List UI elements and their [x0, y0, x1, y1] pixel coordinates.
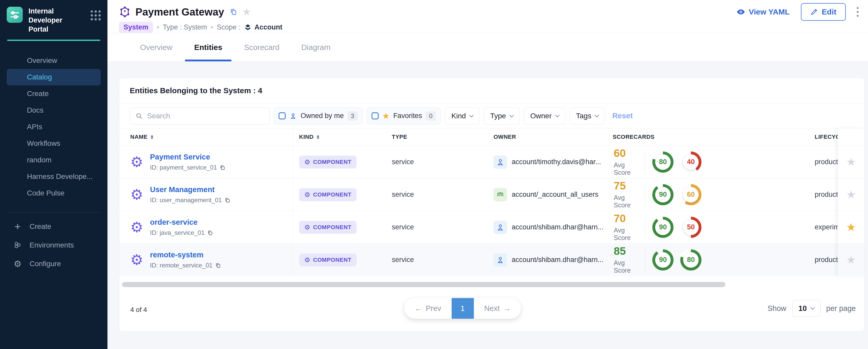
- entity-name-link[interactable]: User Management: [150, 185, 230, 194]
- tab-entities[interactable]: Entities: [183, 33, 233, 61]
- star-icon[interactable]: [846, 222, 856, 233]
- pagination: ← Prev 1 Next →: [404, 298, 521, 319]
- favorites-checkbox[interactable]: [372, 113, 379, 119]
- avg-score-value: 85: [614, 246, 643, 257]
- column-header-kind[interactable]: KIND: [292, 134, 392, 140]
- copy-title-icon[interactable]: [230, 8, 238, 16]
- reset-filters-link[interactable]: Reset: [612, 112, 632, 120]
- copy-icon[interactable]: [220, 165, 225, 170]
- favorites-column: [838, 128, 864, 276]
- favorite-toggle[interactable]: [838, 243, 864, 276]
- sidebar-item-code-pulse[interactable]: Code Pulse: [0, 185, 107, 201]
- tab-diagram[interactable]: Diagram: [290, 33, 341, 61]
- favorites-label: Favorites: [393, 112, 422, 120]
- type-dropdown[interactable]: Type: [484, 107, 520, 125]
- sidebar-item-create-bottom[interactable]: + Create: [0, 217, 107, 236]
- owner-dropdown[interactable]: Owner: [524, 107, 565, 125]
- chevron-down-icon: [555, 113, 560, 117]
- favorites-count: 0: [426, 111, 436, 121]
- horizontal-scrollbar[interactable]: [122, 282, 725, 287]
- scorecard-gauge[interactable]: 90: [652, 217, 674, 238]
- copy-icon[interactable]: [207, 230, 213, 236]
- scorecard-gauge[interactable]: 80: [680, 249, 702, 271]
- sidebar-item-create[interactable]: Create: [0, 86, 107, 102]
- prev-page-button[interactable]: ← Prev: [404, 298, 452, 319]
- page-size-control: Show 10 per page: [768, 300, 856, 317]
- sidebar-item-random[interactable]: random: [0, 152, 107, 168]
- owned-by-me-filter[interactable]: Owned by me 3: [274, 107, 363, 125]
- sidebar-item-harness-developer[interactable]: Harness Develope...: [0, 168, 107, 185]
- entity-name-link[interactable]: Payment Service: [150, 153, 225, 161]
- entity-name-link[interactable]: order-service: [150, 218, 213, 226]
- column-header-name[interactable]: NAME: [119, 134, 292, 140]
- system-entity-icon: [119, 6, 131, 18]
- tags-dropdown[interactable]: Tags: [569, 107, 605, 125]
- page-title: Payment Gateway: [135, 6, 224, 18]
- product-name: Internal Developer Portal: [29, 7, 79, 34]
- sidebar-item-workflows[interactable]: Workflows: [0, 135, 107, 152]
- entity-name-link[interactable]: remote-system: [150, 251, 221, 259]
- sidebar-item-environments[interactable]: Environments: [0, 236, 107, 254]
- component-gear-icon: ⚙: [130, 220, 143, 234]
- favorite-toggle[interactable]: [838, 211, 864, 243]
- hexagons-icon: [12, 241, 23, 250]
- sort-icon[interactable]: [317, 134, 319, 140]
- sidebar-item-docs[interactable]: Docs: [0, 102, 107, 119]
- chevron-down-icon: [469, 113, 474, 117]
- sidebar-item-apis[interactable]: APIs: [0, 119, 107, 135]
- component-gear-icon: ⚙: [130, 155, 143, 169]
- scorecard-gauge[interactable]: 90: [652, 249, 674, 271]
- avg-score-value: 60: [614, 148, 643, 159]
- copy-icon[interactable]: [224, 197, 230, 203]
- scorecard-gauge[interactable]: 90: [652, 184, 674, 205]
- favorites-filter[interactable]: ★ Favorites 0: [367, 107, 441, 125]
- kind-dropdown[interactable]: Kind: [445, 107, 479, 125]
- entity-id: ID: remote_service_01: [150, 262, 212, 269]
- avg-score-value: 70: [614, 213, 643, 224]
- favorite-toggle[interactable]: [838, 146, 864, 178]
- copy-icon[interactable]: [215, 262, 221, 268]
- kebab-menu-icon[interactable]: [855, 5, 860, 19]
- star-icon[interactable]: [846, 189, 856, 200]
- sidebar-header: Internal Developer Portal: [0, 0, 107, 34]
- star-icon[interactable]: [846, 157, 856, 167]
- owned-by-me-checkbox[interactable]: [279, 113, 286, 119]
- favorite-system-star-icon[interactable]: ★: [242, 7, 251, 17]
- sliders-icon: [9, 9, 21, 21]
- table-header-row: NAME KIND TYPE OWNER SCORECARDS LIFECYCL…: [119, 128, 864, 146]
- owner-ref[interactable]: account/timothy.davis@har...: [512, 158, 601, 166]
- scope-label: Scope :: [217, 23, 241, 31]
- scorecard-gauge[interactable]: 50: [680, 217, 702, 238]
- sidebar-item-catalog[interactable]: Catalog: [7, 69, 101, 86]
- search-box: [130, 107, 270, 125]
- search-input[interactable]: [147, 112, 264, 120]
- sidebar-item-configure[interactable]: ⚙ Configure: [0, 254, 107, 273]
- scorecard-gauge[interactable]: 40: [680, 152, 702, 173]
- scorecard-gauge[interactable]: 80: [652, 152, 674, 173]
- view-yaml-label: View YAML: [749, 7, 789, 16]
- star-icon[interactable]: [846, 254, 856, 265]
- sidebar-item-overview[interactable]: Overview: [0, 52, 107, 69]
- page-number-button[interactable]: 1: [452, 298, 474, 319]
- owned-by-me-label: Owned by me: [301, 112, 344, 120]
- tab-scorecard[interactable]: Scorecard: [233, 33, 290, 61]
- app-switcher-icon[interactable]: [91, 10, 101, 21]
- page-size-select[interactable]: 10: [792, 300, 820, 317]
- harness-idp-logo[interactable]: [7, 7, 23, 23]
- prev-label: Prev: [426, 304, 441, 313]
- owner-ref[interactable]: account/shibam.dhar@harn...: [512, 223, 603, 231]
- next-page-button[interactable]: Next →: [474, 298, 521, 319]
- owner-ref[interactable]: account/shibam.dhar@harn...: [512, 256, 603, 264]
- tags-dropdown-label: Tags: [576, 112, 591, 120]
- filter-bar: Owned by me 3 ★ Favorites 0 Kind T: [119, 103, 864, 128]
- table-row: ⚙ Payment Service ID: payment_service_01…: [119, 146, 864, 178]
- view-yaml-button[interactable]: View YAML: [736, 7, 789, 17]
- entity-type: service: [392, 223, 494, 231]
- entity-id: ID: user_management_01: [150, 196, 222, 204]
- owner-ref[interactable]: account/_account_all_users: [512, 191, 598, 198]
- tab-overview[interactable]: Overview: [129, 33, 183, 61]
- scorecard-gauge[interactable]: 60: [680, 184, 702, 205]
- edit-button[interactable]: Edit: [801, 3, 846, 21]
- favorite-toggle[interactable]: [838, 178, 864, 211]
- sort-icon[interactable]: [151, 134, 153, 140]
